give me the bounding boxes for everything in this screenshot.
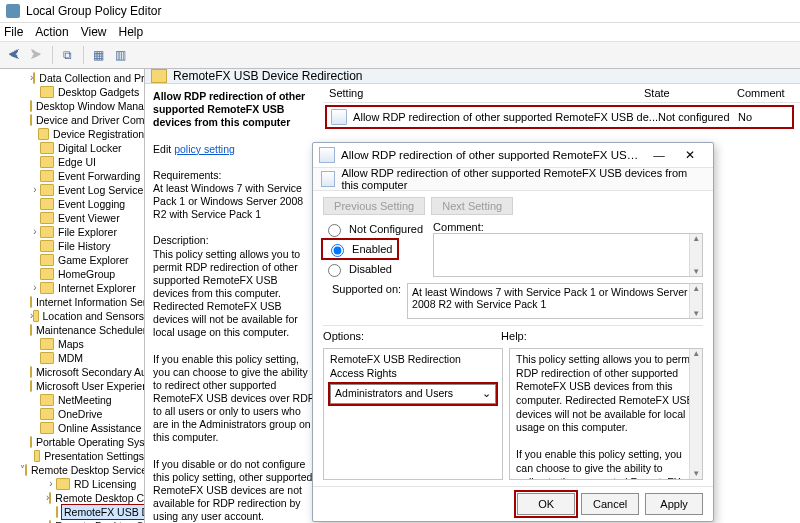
previous-setting-button[interactable]: Previous Setting <box>323 197 425 215</box>
tree-item-label: Maps <box>58 337 84 351</box>
tree-item[interactable]: Desktop Gadgets <box>0 85 144 99</box>
forward-button[interactable]: ⮞ <box>26 45 46 65</box>
tree-item[interactable]: NetMeeting <box>0 393 144 407</box>
policy-row[interactable]: Allow RDP redirection of other supported… <box>327 107 792 127</box>
dialog-titlebar[interactable]: Allow RDP redirection of other supported… <box>313 143 713 167</box>
radio-enabled[interactable]: Enabled <box>323 240 397 258</box>
tree-item[interactable]: Game Explorer <box>0 253 144 267</box>
tree-item[interactable]: Digital Locker <box>0 141 144 155</box>
menu-action[interactable]: Action <box>35 25 68 39</box>
next-setting-button[interactable]: Next Setting <box>431 197 513 215</box>
tree-item[interactable]: Event Forwarding <box>0 169 144 183</box>
tree-pane[interactable]: ›Data Collection and Preview BuildsDeskt… <box>0 69 145 523</box>
ok-button[interactable]: OK <box>517 493 575 515</box>
col-state[interactable]: State <box>638 84 731 102</box>
folder-icon <box>40 226 54 238</box>
tree-item[interactable]: Device and Driver Compatibility <box>0 113 144 127</box>
folder-icon <box>40 268 54 280</box>
tree-item[interactable]: MDM <box>0 351 144 365</box>
col-setting[interactable]: Setting <box>323 84 638 102</box>
minimize-button[interactable]: — <box>645 149 673 161</box>
up-button[interactable]: ⧉ <box>57 45 77 65</box>
tree-item[interactable]: Online Assistance <box>0 421 144 435</box>
folder-icon <box>40 422 54 434</box>
list-header[interactable]: Setting State Comment <box>323 84 800 103</box>
tree-twisty-icon[interactable]: › <box>46 477 56 491</box>
menu-view[interactable]: View <box>81 25 107 39</box>
tree-item-label: Event Log Service <box>58 183 143 197</box>
tree-item-label: Maintenance Scheduler <box>36 323 145 337</box>
tree-item[interactable]: Microsoft User Experience Virtualization <box>0 379 144 393</box>
folder-icon <box>40 212 54 224</box>
tree-item[interactable]: Maps <box>0 337 144 351</box>
tree-item[interactable]: ›RD Licensing <box>0 477 144 491</box>
filter-button[interactable]: ▥ <box>110 45 130 65</box>
refresh-button[interactable]: ▦ <box>88 45 108 65</box>
folder-icon <box>30 324 32 336</box>
highlighted-row: Allow RDP redirection of other supported… <box>325 105 794 129</box>
tree-item[interactable]: Event Viewer <box>0 211 144 225</box>
tree-item-label: Event Forwarding <box>58 169 140 183</box>
edit-policy-link[interactable]: policy setting <box>174 143 235 155</box>
tree-item[interactable]: ›Location and Sensors <box>0 309 144 323</box>
close-button[interactable]: ✕ <box>673 145 707 165</box>
scrollbar[interactable] <box>689 349 702 479</box>
folder-icon <box>40 170 54 182</box>
policy-dialog: Allow RDP redirection of other supported… <box>312 142 714 522</box>
scrollbar[interactable] <box>689 284 702 318</box>
tree-item-label: File Explorer <box>58 225 117 239</box>
tree-item[interactable]: Desktop Window Manager <box>0 99 144 113</box>
tree-twisty-icon[interactable]: › <box>30 281 40 295</box>
tree-item[interactable]: Device Registration <box>0 127 144 141</box>
tree-item[interactable]: Presentation Settings <box>0 449 144 463</box>
tree-item-label: Remote Desktop Session Host <box>55 519 145 523</box>
tree-item-label: File History <box>58 239 111 253</box>
menu-file[interactable]: File <box>4 25 23 39</box>
tree-item[interactable]: RemoteFX USB Device Redirection <box>0 505 144 519</box>
apply-button[interactable]: Apply <box>645 493 703 515</box>
folder-icon <box>40 254 54 266</box>
col-comment[interactable]: Comment <box>731 84 800 102</box>
folder-icon <box>33 72 35 84</box>
tree-item-label: Remote Desktop Connection Client <box>55 491 145 505</box>
menu-help[interactable]: Help <box>119 25 144 39</box>
radio-disabled[interactable]: Disabled <box>323 261 423 277</box>
combo-value: Administrators and Users <box>335 387 453 401</box>
access-rights-combo[interactable]: Administrators and Users ⌄ <box>330 384 496 404</box>
tree-item[interactable]: Internet Information Services <box>0 295 144 309</box>
tree-item[interactable]: ›Internet Explorer <box>0 281 144 295</box>
cancel-button[interactable]: Cancel <box>581 493 639 515</box>
tree-twisty-icon[interactable]: › <box>30 225 40 239</box>
tree-item[interactable]: Edge UI <box>0 155 144 169</box>
folder-icon <box>40 142 54 154</box>
tree-item[interactable]: ›Remote Desktop Connection Client <box>0 491 144 505</box>
tree-item[interactable]: Maintenance Scheduler <box>0 323 144 337</box>
tree-item[interactable]: ›File Explorer <box>0 225 144 239</box>
tree-item[interactable]: File History <box>0 239 144 253</box>
tree-item-label: Presentation Settings <box>44 449 144 463</box>
tree-item[interactable]: Microsoft Secondary Authentication Facto… <box>0 365 144 379</box>
tree-item[interactable]: Portable Operating System <box>0 435 144 449</box>
tree-item[interactable]: ›Data Collection and Preview Builds <box>0 71 144 85</box>
folder-icon <box>30 114 32 126</box>
tree-item[interactable]: HomeGroup <box>0 267 144 281</box>
tree-twisty-icon[interactable]: › <box>30 183 40 197</box>
folder-icon <box>40 338 54 350</box>
radio-not-configured[interactable]: Not Configured <box>323 221 423 237</box>
tree-item-label: Device and Driver Compatibility <box>36 113 145 127</box>
comment-textbox[interactable] <box>433 233 703 277</box>
tree-item[interactable]: OneDrive <box>0 407 144 421</box>
back-button[interactable]: ⮜ <box>4 45 24 65</box>
policy-icon <box>321 171 335 187</box>
tree-item-label: Event Logging <box>58 197 125 211</box>
tree-item-label: RemoteFX USB Device Redirection <box>62 505 145 519</box>
dialog-title: Allow RDP redirection of other supported… <box>341 149 645 161</box>
tree-item[interactable]: Event Logging <box>0 197 144 211</box>
tree-item-label: Portable Operating System <box>36 435 145 449</box>
tree-item[interactable]: ›Remote Desktop Session Host <box>0 519 144 523</box>
folder-icon <box>30 100 32 112</box>
scrollbar[interactable] <box>689 234 702 276</box>
tree-item[interactable]: ˅Remote Desktop Services <box>0 463 144 477</box>
supported-text: At least Windows 7 with Service Pack 1 o… <box>407 283 703 319</box>
tree-item[interactable]: ›Event Log Service <box>0 183 144 197</box>
